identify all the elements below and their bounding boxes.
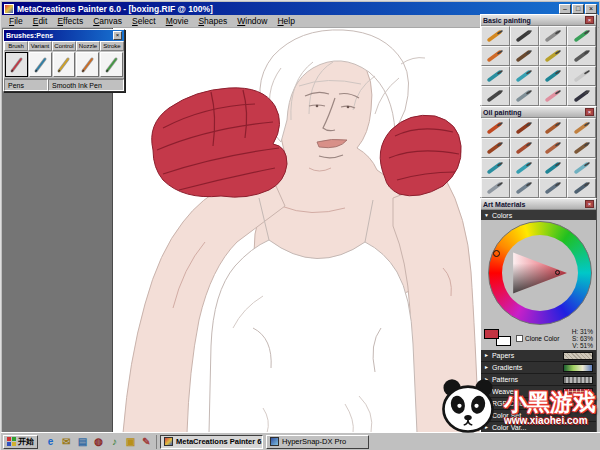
- boxer-sketch-artwork: [113, 28, 480, 433]
- chalk-brush-icon[interactable]: [481, 46, 510, 66]
- painter-icon[interactable]: ✎: [139, 435, 154, 449]
- menu-effects[interactable]: Effects: [52, 16, 88, 26]
- leaky-pen-icon[interactable]: [76, 52, 99, 77]
- calligraphy-pen-icon[interactable]: [53, 52, 76, 77]
- just-add-water-brush-icon[interactable]: [539, 66, 568, 86]
- scratchboard-tool-icon[interactable]: [5, 52, 28, 77]
- wet-oil-brush-icon[interactable]: [510, 158, 539, 178]
- menu-window[interactable]: Window: [232, 16, 272, 26]
- sv-marker[interactable]: [555, 270, 560, 275]
- tab-control[interactable]: Control: [52, 41, 76, 51]
- dry-media-brush-icon[interactable]: [567, 46, 596, 66]
- bleach-brush-icon[interactable]: [567, 66, 596, 86]
- smudge-brush-icon[interactable]: [481, 86, 510, 106]
- task-painter[interactable]: MetaCreations Painter 6...: [160, 435, 263, 449]
- pen-brush-icon[interactable]: [510, 26, 539, 46]
- menu-movie[interactable]: Movie: [161, 16, 194, 26]
- eraser-brush-icon[interactable]: [539, 86, 568, 106]
- primary-color-swatch[interactable]: [484, 329, 499, 339]
- felt-marker-brush-icon[interactable]: [539, 26, 568, 46]
- water-color-brush-icon[interactable]: [481, 66, 510, 86]
- grainy-water-brush-icon[interactable]: [510, 86, 539, 106]
- coarse-wet-brush-icon[interactable]: [539, 158, 568, 178]
- oil-painting-palette: Oil painting ×: [480, 106, 597, 198]
- tab-stroke[interactable]: Stroke: [100, 41, 124, 51]
- flat-oil-brush-icon[interactable]: [510, 118, 539, 138]
- brush-category-select[interactable]: Pens: [4, 79, 48, 91]
- bristle-brush-icon[interactable]: [539, 138, 568, 158]
- colors-section-header[interactable]: ▼ Colors: [481, 210, 596, 220]
- outlook-icon[interactable]: ✉: [59, 435, 74, 449]
- art-materials-titlebar[interactable]: Art Materials ×: [481, 199, 596, 210]
- smooth-ink-pen-icon[interactable]: [100, 52, 123, 77]
- menu-help[interactable]: Help: [272, 16, 299, 26]
- brushes-footer: Pens Smooth Ink Pen: [4, 78, 124, 91]
- clone-color-checkbox[interactable]: [516, 335, 523, 342]
- charcoal-brush-icon[interactable]: [510, 46, 539, 66]
- saturation-value: S: 63%: [572, 335, 593, 342]
- hue-marker[interactable]: [493, 250, 500, 257]
- tab-brush[interactable]: Brush: [4, 41, 28, 51]
- palette-column: Basic painting × Oil painting × Art Mate…: [480, 14, 598, 433]
- window-title: MetaCreations Painter 6.0 - [boxing.RIF …: [17, 4, 213, 14]
- gray-fine-brush-icon[interactable]: [539, 178, 568, 198]
- gray-round-brush-icon[interactable]: [481, 178, 510, 198]
- fine-brush-brush-icon[interactable]: [539, 118, 568, 138]
- pencil-brush-icon[interactable]: [481, 26, 510, 46]
- art-row-label: Papers: [492, 352, 514, 359]
- close-icon[interactable]: ×: [585, 4, 597, 14]
- maximize-icon[interactable]: □: [572, 4, 584, 14]
- watermark-site-url: www.xiaohei.com: [504, 416, 596, 426]
- burn-brush-icon[interactable]: [567, 86, 596, 106]
- menu-edit[interactable]: Edit: [28, 16, 53, 26]
- folder-icon[interactable]: ▣: [123, 435, 138, 449]
- minimize-icon[interactable]: –: [559, 4, 571, 14]
- gray-knife-brush-icon[interactable]: [567, 178, 596, 198]
- palette-knife-brush-icon[interactable]: [567, 138, 596, 158]
- round-camelhair-brush-icon[interactable]: [481, 118, 510, 138]
- artwork-canvas[interactable]: [112, 28, 480, 433]
- basic-painting-close-icon[interactable]: ×: [585, 16, 594, 24]
- broad-water-brush-icon[interactable]: [510, 66, 539, 86]
- channels-icon[interactable]: ◍: [91, 435, 106, 449]
- collapsed-icon: ►: [484, 353, 489, 358]
- gradients-preview: [563, 364, 593, 372]
- camelhair-brush-icon[interactable]: [481, 138, 510, 158]
- distorto-brush-icon[interactable]: [481, 158, 510, 178]
- art-row-papers[interactable]: ► Papers: [481, 350, 596, 362]
- oil-painting-titlebar[interactable]: Oil painting ×: [481, 107, 596, 118]
- tab-nozzle[interactable]: Nozzle: [76, 41, 100, 51]
- app-icon: [4, 4, 14, 14]
- sable-brush-icon[interactable]: [510, 138, 539, 158]
- crayon-brush-icon[interactable]: [539, 46, 568, 66]
- color-swatches[interactable]: [484, 329, 514, 347]
- art-materials-close-icon[interactable]: ×: [585, 200, 594, 208]
- ie-icon[interactable]: e: [43, 435, 58, 449]
- fine-point-pen-icon[interactable]: [29, 52, 52, 77]
- menu-shapes[interactable]: Shapes: [193, 16, 232, 26]
- start-button[interactable]: 开始: [3, 435, 38, 449]
- brushes-palette-titlebar[interactable]: Brushes:Pens ×: [4, 30, 124, 41]
- liquid-brush-brush-icon[interactable]: [567, 158, 596, 178]
- menu-select[interactable]: Select: [127, 16, 161, 26]
- painter-window: MetaCreations Painter 6.0 - [boxing.RIF …: [0, 0, 600, 450]
- brushes-close-icon[interactable]: ×: [113, 31, 122, 40]
- show-desktop-icon[interactable]: ▤: [75, 435, 90, 449]
- art-row-gradients[interactable]: ► Gradients: [481, 362, 596, 374]
- image-hose-brush-icon[interactable]: [567, 26, 596, 46]
- tab-variant[interactable]: Variant: [28, 41, 52, 51]
- basic-painting-palette: Basic painting ×: [480, 14, 597, 106]
- oil-painting-close-icon[interactable]: ×: [585, 108, 594, 116]
- basic-painting-titlebar[interactable]: Basic painting ×: [481, 15, 596, 26]
- hue-value: H: 31%: [572, 328, 593, 335]
- thick-oil-brush-icon[interactable]: [567, 118, 596, 138]
- brush-variant-select[interactable]: Smooth Ink Pen: [48, 79, 124, 91]
- gray-flat-brush-icon[interactable]: [510, 178, 539, 198]
- task-hypersnap[interactable]: HyperSnap-DX Pro: [266, 435, 369, 449]
- color-wheel[interactable]: [481, 220, 596, 326]
- menu-file[interactable]: File: [4, 16, 28, 26]
- clone-color-control[interactable]: Clone Color: [516, 335, 559, 342]
- media-player-icon[interactable]: ♪: [107, 435, 122, 449]
- menu-canvas[interactable]: Canvas: [88, 16, 127, 26]
- art-materials-title: Art Materials: [483, 201, 525, 208]
